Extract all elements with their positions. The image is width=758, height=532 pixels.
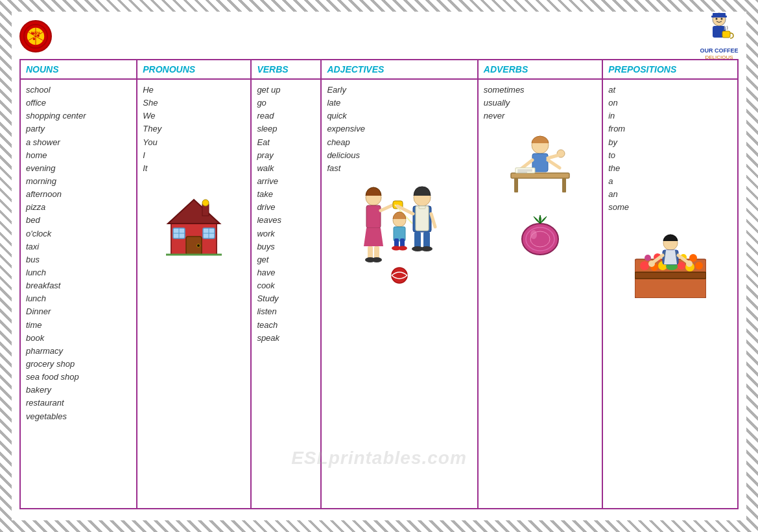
- inner-white: PIZZA: [12, 12, 746, 520]
- svg-marker-89: [664, 250, 677, 264]
- svg-point-69: [522, 224, 558, 255]
- svg-point-10: [716, 18, 718, 20]
- col-header-nouns: NOUNS: [20, 60, 137, 79]
- list-item: She: [143, 97, 245, 110]
- svg-rect-15: [722, 31, 730, 38]
- prepositions-cell: at on in from by to the a an some: [602, 79, 738, 509]
- svg-point-8: [33, 38, 35, 40]
- list-item: bed: [26, 214, 131, 227]
- list-item: fast: [327, 162, 471, 175]
- list-item: a: [608, 175, 732, 188]
- list-item: office: [26, 97, 131, 110]
- list-item: bakery: [26, 384, 131, 397]
- list-item: read: [257, 110, 315, 122]
- svg-rect-42: [419, 206, 425, 209]
- svg-rect-67: [514, 178, 518, 192]
- list-item: taxi: [26, 240, 131, 253]
- svg-rect-30: [366, 205, 381, 228]
- svg-point-86: [689, 254, 697, 262]
- list-item: late: [327, 97, 471, 110]
- svg-point-55: [392, 268, 407, 283]
- adverbs-list: sometimes usually never: [484, 84, 597, 122]
- list-item: We: [143, 110, 245, 122]
- list-item: time: [26, 319, 131, 332]
- list-item: get up: [257, 84, 315, 97]
- svg-line-60: [548, 155, 560, 158]
- house-svg: [165, 194, 223, 256]
- list-item: usually: [484, 97, 597, 110]
- verbs-list: get up go read sleep Eat pray walk arriv…: [257, 84, 315, 345]
- list-item: walk: [257, 162, 315, 175]
- list-item: expensive: [327, 122, 471, 135]
- list-item: have: [257, 266, 315, 279]
- list-item: teach: [257, 319, 315, 332]
- list-item: breakfast: [26, 279, 131, 292]
- col-header-pronouns: PRONOUNS: [137, 60, 251, 79]
- svg-point-72: [530, 230, 537, 239]
- list-item: in: [608, 110, 732, 122]
- list-item: delicious: [327, 149, 471, 162]
- list-item: lunch: [26, 292, 131, 305]
- svg-point-7: [37, 34, 39, 36]
- svg-line-58: [548, 160, 560, 168]
- svg-rect-68: [562, 178, 566, 192]
- list-item: on: [608, 97, 732, 110]
- svg-point-6: [32, 32, 34, 34]
- list-item: pharmacy: [26, 345, 131, 358]
- list-item: sleep: [257, 122, 315, 135]
- shopkeeper-svg: [635, 233, 706, 298]
- list-item: pray: [257, 149, 315, 162]
- list-item: He: [143, 84, 245, 97]
- col-header-verbs: VERBS: [251, 60, 321, 79]
- list-item: vegetables: [26, 410, 131, 423]
- list-item: quick: [327, 110, 471, 122]
- list-item: an: [608, 188, 732, 201]
- list-item: I: [143, 149, 245, 162]
- list-item: afternoon: [26, 188, 131, 201]
- prepositions-list: at on in from by to the a an some: [608, 84, 732, 214]
- svg-point-92: [648, 260, 655, 267]
- svg-rect-74: [635, 272, 706, 279]
- col-header-prepositions: PREPOSITIONS: [602, 60, 738, 79]
- list-item: bus: [26, 253, 131, 266]
- list-item: pizza: [26, 201, 131, 214]
- list-item: arrive: [257, 175, 315, 188]
- list-item: the: [608, 162, 732, 175]
- svg-rect-62: [511, 173, 569, 178]
- outer-border: PIZZA: [0, 0, 758, 532]
- svg-rect-45: [414, 232, 421, 248]
- svg-line-44: [431, 214, 435, 227]
- col-header-adjectives: ADJECTIVES: [321, 60, 477, 79]
- list-item: lunch: [26, 266, 131, 279]
- list-item: grocery shop: [26, 358, 131, 371]
- svg-point-81: [695, 262, 703, 270]
- adjectives-list: Early late quick expensive cheap delicio…: [327, 84, 471, 175]
- list-item: take: [257, 188, 315, 201]
- onion-illustration: [484, 210, 597, 255]
- worker-svg: [508, 135, 573, 197]
- onion-svg: [517, 210, 563, 255]
- list-item: leaves: [257, 214, 315, 227]
- svg-point-82: [645, 255, 651, 261]
- list-item: o'clock: [26, 227, 131, 240]
- list-item: Early: [327, 84, 471, 97]
- house-illustration: [143, 194, 245, 256]
- worker-illustration: [484, 135, 597, 197]
- svg-point-38: [372, 257, 382, 262]
- svg-point-79: [678, 262, 685, 270]
- list-item: a shower: [26, 136, 131, 149]
- family-svg: [357, 181, 442, 285]
- list-item: get: [257, 253, 315, 266]
- svg-point-19: [197, 244, 200, 247]
- list-item: drive: [257, 201, 315, 214]
- list-item: sometimes: [484, 84, 597, 97]
- svg-point-48: [421, 246, 432, 251]
- list-item: You: [143, 136, 245, 149]
- list-item: by: [608, 136, 732, 149]
- list-item: school: [26, 84, 131, 97]
- list-item: It: [143, 162, 245, 175]
- svg-point-54: [398, 246, 407, 250]
- svg-marker-17: [168, 200, 220, 224]
- list-item: from: [608, 122, 732, 135]
- top-bar: PIZZA: [19, 18, 739, 54]
